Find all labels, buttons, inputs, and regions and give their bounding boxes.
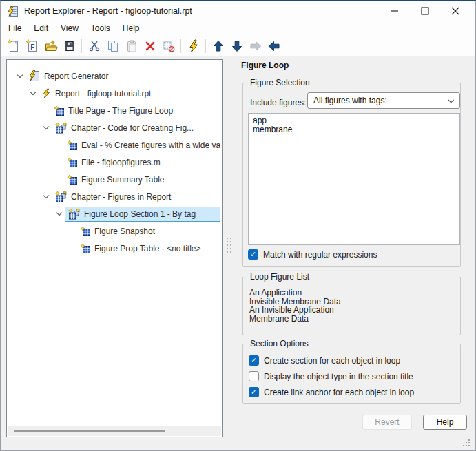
display-object-type-checkbox[interactable] [249,371,259,381]
save-report-button[interactable] [60,37,79,55]
tree-item-title-page[interactable]: Title Page - The Figure Loop [7,102,222,119]
tree-item-chapter-figures[interactable]: Chapter - Figures in Report [7,188,222,205]
close-button[interactable] [440,1,470,21]
loop-figure-item: An Application [249,289,341,297]
chevron-down-icon [30,90,35,95]
forward-icon [249,39,262,53]
loop-figure-list: An Application Invisible Membrane Data A… [249,289,341,324]
group-legend: Loop Figure List [247,272,312,282]
tree-item-figure-summary-table[interactable]: Figure Summary Table [7,171,222,188]
cut-button[interactable] [85,37,103,55]
tree-item-label: Report - figloop-tutorial.rpt [55,89,151,98]
create-section-checkbox-row[interactable]: Create section for each object in loop [249,355,400,366]
tree-item-label: Eval - % Create figures with a wide var.… [81,140,220,150]
panel-splitter-handle[interactable] [227,238,232,253]
maximize-button[interactable] [410,1,440,21]
display-object-type-checkbox-row[interactable]: Display the object type in the section t… [249,371,413,381]
window-title: Report Explorer - Report - figloop-tutor… [24,6,192,16]
expand-toggle[interactable] [27,92,39,94]
include-figures-dropdown[interactable]: All figures with tags: [307,92,460,109]
chevron-down-icon [17,72,22,78]
regex-checkbox[interactable] [248,249,258,260]
paste-icon [125,39,138,53]
tags-list-box[interactable]: app membrane [248,113,460,245]
create-link-anchor-checkbox[interactable] [249,387,259,397]
table-protect-button[interactable] [159,37,178,55]
create-section-checkbox[interactable] [249,355,259,366]
regex-checkbox-row[interactable]: Match with regular expressions [248,249,377,260]
tree-item-file[interactable]: File - figloopfigures.m [7,154,222,171]
move-down-button[interactable] [227,37,246,55]
tree-item-label: Report Generator [44,72,108,81]
component-table-icon [68,140,77,150]
revert-button: Revert [362,415,412,430]
expand-toggle[interactable] [40,196,52,198]
tree-item-chapter-code[interactable]: Chapter - Code for Creating Fig... [7,119,222,136]
menu-file[interactable]: File [2,22,28,34]
create-link-anchor-checkbox-row[interactable]: Create link anchor for each object in lo… [249,387,414,397]
scrollbar-thumb[interactable] [14,430,165,432]
report-explorer-window: Report Explorer - Report - figloop-tutor… [0,0,476,451]
back-button[interactable] [265,37,283,55]
forward-button [246,37,265,55]
create-section-label: Create section for each object in loop [264,356,400,366]
figure-selection-group: Figure Selection Include figures: All fi… [242,83,461,267]
open-report-button[interactable] [41,37,60,55]
tree-horizontal-scrollbar[interactable] [8,426,221,436]
tree-item-figure-loop-section[interactable]: Figure Loop Section 1 - By tag [7,205,222,222]
tree-item-label: Figure Loop Section 1 - By tag [84,209,196,219]
regex-checkbox-label: Match with regular expressions [263,250,377,260]
tree-item-report-generator[interactable]: Report Generator [7,67,222,85]
chapter-icon [54,123,67,134]
back-icon [267,39,281,53]
copy-button[interactable] [103,37,122,55]
menu-edit[interactable]: Edit [28,22,54,34]
create-link-anchor-label: Create link anchor for each object in lo… [264,388,414,397]
menu-tools[interactable]: Tools [85,22,116,34]
panel-title: Figure Loop [241,61,289,70]
tree-item-eval[interactable]: Eval - % Create figures with a wide var.… [7,136,222,154]
report-lightning-icon [41,88,51,99]
expand-toggle[interactable] [14,75,25,77]
tree-item-label: Figure Snapshot [94,227,155,236]
tree-item-report[interactable]: Report - figloop-tutorial.rpt [7,85,222,102]
window-controls [380,1,470,21]
menu-help[interactable]: Help [116,22,146,34]
chevron-down-icon [43,124,48,129]
window-resize-grip[interactable] [463,439,470,447]
expand-toggle[interactable] [40,127,52,129]
cut-icon [87,39,101,53]
menu-bar: File Edit View Tools Help [1,21,475,36]
tag-item[interactable]: membrane [253,125,455,134]
tree-item-label: Figure Prop Table - <no title> [94,244,201,253]
tree-item-figure-prop-table[interactable]: Figure Prop Table - <no title> [7,240,222,257]
group-legend: Section Options [247,339,311,348]
dropdown-selected-value: All figures with tags: [313,96,387,105]
menu-view[interactable]: View [54,22,85,34]
chevron-down-icon [43,193,48,198]
include-figures-label: Include figures: [250,98,306,107]
minimize-button[interactable] [380,1,410,21]
chapter-icon [68,209,80,220]
report-generator-icon [28,70,40,82]
app-report-lightning-icon [7,6,19,17]
new-form-template-button[interactable] [23,37,41,55]
help-button[interactable]: Help [423,415,467,430]
component-table-icon [68,175,77,185]
generate-report-button[interactable] [184,37,203,55]
toolbar-separator [180,39,181,53]
tree-item-figure-snapshot[interactable]: Figure Snapshot [7,222,222,240]
component-table-icon [81,244,90,253]
chevron-down-icon [448,97,453,103]
title-bar: Report Explorer - Report - figloop-tutor… [1,1,475,21]
selected-tree-item[interactable]: Figure Loop Section 1 - By tag [65,207,220,222]
toolbar-separator [205,39,206,53]
expand-toggle[interactable] [53,213,65,215]
close-icon [451,7,459,15]
new-form-template-icon [25,39,39,53]
move-up-button[interactable] [209,37,227,55]
component-table-icon [68,158,77,167]
component-table-icon [81,227,90,236]
new-report-button[interactable] [4,37,23,55]
delete-button[interactable] [141,37,159,55]
